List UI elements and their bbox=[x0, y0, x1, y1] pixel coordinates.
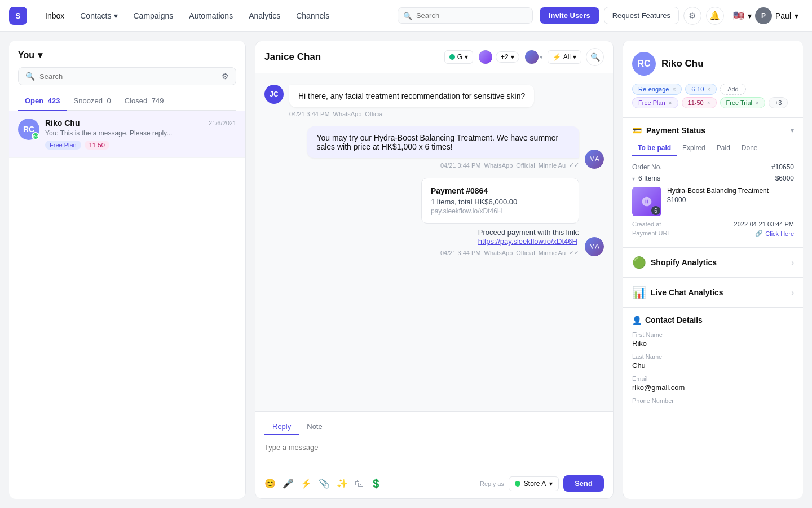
reply-toolbar-icons: 😊 🎤 ⚡ 📎 ✨ 🛍 💲 bbox=[264, 478, 382, 489]
filter-button[interactable]: ⚙ bbox=[222, 72, 229, 81]
request-features-button[interactable]: Request Features bbox=[604, 7, 679, 24]
shopify-analytics-section[interactable]: 🟢 Shopify Analytics › bbox=[623, 248, 803, 278]
attachment-icon[interactable]: 📎 bbox=[319, 478, 330, 489]
lightning-icon[interactable]: ⚡ bbox=[301, 478, 312, 489]
tag-free-plan[interactable]: Free Plan × bbox=[632, 97, 678, 108]
reply-right-actions: Reply as Store A ▾ Send bbox=[480, 475, 604, 492]
nav-automations[interactable]: Automations bbox=[182, 8, 240, 24]
nav-contacts[interactable]: Contacts ▾ bbox=[73, 8, 124, 24]
tab-snoozed[interactable]: Snoozed 0 bbox=[67, 92, 118, 111]
chevron-down-icon[interactable]: ▾ bbox=[540, 54, 543, 61]
first-name-label: First Name bbox=[632, 331, 794, 338]
tag-11-50: 11-50 bbox=[85, 141, 109, 150]
payment-url-row: Payment URL 🔗 Click Here bbox=[632, 230, 794, 237]
filter-icon: ⚡ bbox=[553, 53, 561, 61]
ptab-done[interactable]: Done bbox=[736, 141, 764, 156]
contact-details-section: 👤 Contact Details First Name Riko Last N… bbox=[623, 308, 803, 418]
conv-tags: Free Plan 11-50 bbox=[45, 141, 236, 150]
product-qty-badge: 6 bbox=[651, 206, 660, 215]
msg-bubble-2: You may try our Hydra-Boost Balancing Tr… bbox=[307, 126, 579, 158]
channel-badge[interactable]: G ▾ bbox=[444, 50, 473, 64]
nav-campaigns[interactable]: Campaigns bbox=[127, 8, 180, 24]
contact-tags-row-2: Free Plan × 11-50 × Free Trial × +3 bbox=[632, 97, 794, 108]
top-search-input[interactable] bbox=[398, 7, 533, 24]
first-name-field: First Name Riko bbox=[632, 331, 794, 348]
reply-actions: 😊 🎤 ⚡ 📎 ✨ 🛍 💲 Reply as Store A ▾ Send bbox=[264, 475, 604, 492]
main-layout: You ▾ 🔍 ⚙ Open 423 Snoozed 0 Closed bbox=[0, 32, 812, 508]
conversation-search-input[interactable] bbox=[39, 72, 217, 81]
agent-avatar-2: MA bbox=[585, 237, 604, 256]
remove-tag-icon[interactable]: × bbox=[707, 100, 710, 106]
nav-analytics[interactable]: Analytics bbox=[242, 8, 287, 24]
payment-card: Payment #0864 1 items, total HK$6,000.00… bbox=[421, 178, 579, 224]
notifications-icon-button[interactable]: 🔔 bbox=[706, 7, 724, 25]
remove-tag-icon[interactable]: × bbox=[672, 86, 676, 93]
chat-search-button[interactable]: 🔍 bbox=[586, 48, 604, 66]
remove-tag-icon[interactable]: × bbox=[756, 100, 759, 106]
dollar-icon[interactable]: 💲 bbox=[370, 478, 382, 489]
live-chat-icon: 📊 bbox=[632, 286, 646, 299]
avatar-count-badge[interactable]: +2 ▾ bbox=[496, 51, 519, 63]
conv-date: 21/6/2021 bbox=[209, 120, 236, 126]
settings-icon-button[interactable]: ⚙ bbox=[683, 7, 701, 25]
add-tag-button[interactable]: Add bbox=[720, 84, 746, 95]
whatsapp-badge bbox=[32, 132, 39, 140]
email-value: riko@gmail.com bbox=[632, 383, 794, 392]
left-panel: You ▾ 🔍 ⚙ Open 423 Snoozed 0 Closed bbox=[9, 41, 246, 499]
order-no-row: Order No. #10650 bbox=[632, 163, 794, 171]
remove-tag-icon[interactable]: × bbox=[707, 86, 710, 93]
conversations-list: RC Riko Chu 21/6/2021 You: This is the a… bbox=[9, 111, 245, 499]
filter-all-button[interactable]: ⚡ All ▾ bbox=[548, 50, 581, 64]
chevron-right-icon: › bbox=[791, 288, 794, 297]
reply-tab-note[interactable]: Note bbox=[299, 419, 330, 435]
payment-status-title: Payment Status bbox=[646, 126, 705, 135]
tab-open[interactable]: Open 423 bbox=[18, 92, 67, 111]
emoji-icon[interactable]: 😊 bbox=[264, 478, 276, 489]
sparkle-icon[interactable]: ✨ bbox=[337, 478, 348, 489]
reply-as-selector[interactable]: Store A ▾ bbox=[509, 476, 559, 491]
tag-6-10[interactable]: 6-10 × bbox=[685, 84, 717, 95]
first-name-value: Riko bbox=[632, 339, 794, 348]
payment-url-link[interactable]: 🔗 Click Here bbox=[755, 230, 794, 237]
invite-users-button[interactable]: Invite Users bbox=[540, 7, 599, 24]
send-button[interactable]: Send bbox=[563, 475, 604, 492]
tag-more[interactable]: +3 bbox=[769, 97, 788, 108]
product-info: Hydra-Boost Balancing Treatment $1000 bbox=[667, 187, 794, 204]
tag-11-50[interactable]: 11-50 × bbox=[682, 97, 717, 108]
ptab-to-be-paid[interactable]: To be paid bbox=[632, 141, 677, 156]
ptab-expired[interactable]: Expired bbox=[677, 141, 711, 156]
conversation-search-bar: 🔍 ⚙ bbox=[18, 67, 236, 85]
you-selector[interactable]: You ▾ bbox=[18, 50, 236, 60]
contact-name: Riko Chu bbox=[661, 58, 704, 69]
created-at-label: Created at bbox=[632, 221, 661, 227]
tag-free-trial[interactable]: Free Trial × bbox=[720, 97, 765, 108]
right-panel-header: RC Riko Chu Re-engage × 6-10 × Add Free … bbox=[623, 41, 803, 118]
user-name: Paul bbox=[775, 11, 791, 20]
shopify-analytics-title: Shopify Analytics bbox=[651, 258, 787, 267]
chat-title: Janice Chan bbox=[264, 51, 439, 63]
msg-outgoing-wrap-2: You may try our Hydra-Boost Balancing Tr… bbox=[307, 126, 579, 169]
reply-box: Reply Note 😊 🎤 ⚡ 📎 ✨ 🛍 💲 Reply as bbox=[255, 411, 613, 498]
audio-icon[interactable]: 🎤 bbox=[283, 478, 294, 489]
bag-icon[interactable]: 🛍 bbox=[355, 479, 364, 489]
user-menu-button[interactable]: 🇺🇸 ▾ P Paul ▾ bbox=[729, 5, 803, 27]
ptab-paid[interactable]: Paid bbox=[711, 141, 736, 156]
nav-inbox[interactable]: Inbox bbox=[38, 8, 71, 24]
tag-reengage[interactable]: Re-engage × bbox=[632, 84, 682, 95]
remove-tag-icon[interactable]: × bbox=[669, 100, 672, 106]
conversation-item-riko[interactable]: RC Riko Chu 21/6/2021 You: This is the a… bbox=[9, 111, 245, 158]
payment-follow-link[interactable]: https://pay.sleekflow.io/xDt46H bbox=[478, 237, 577, 246]
topnav: S Inbox Contacts ▾ Campaigns Automations… bbox=[0, 0, 812, 32]
payment-status-header[interactable]: 💳 Payment Status ▾ bbox=[632, 126, 794, 135]
items-value: $6000 bbox=[775, 174, 794, 182]
tab-closed[interactable]: Closed 749 bbox=[118, 92, 171, 111]
nav-channels[interactable]: Channels bbox=[289, 8, 336, 24]
whatsapp-dot bbox=[515, 481, 520, 487]
payment-card-link: pay.sleekflow.io/xDt46H bbox=[431, 207, 570, 215]
reply-tab-reply[interactable]: Reply bbox=[264, 419, 299, 435]
live-chat-analytics-section[interactable]: 📊 Live Chat Analytics › bbox=[623, 278, 803, 308]
you-label: You bbox=[18, 50, 34, 60]
reply-input[interactable] bbox=[264, 441, 604, 469]
contact-tags-row: Re-engage × 6-10 × Add bbox=[632, 84, 794, 95]
product-row: 6 Hydra-Boost Balancing Treatment $1000 bbox=[632, 187, 794, 216]
